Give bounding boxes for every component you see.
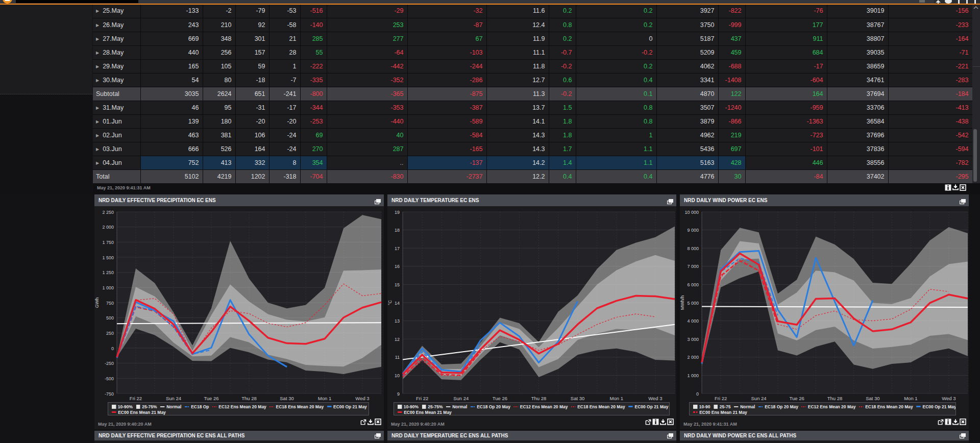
svg-text:14: 14 bbox=[395, 301, 400, 306]
svg-text:750: 750 bbox=[106, 301, 114, 306]
svg-text:Sun 24: Sun 24 bbox=[166, 396, 181, 401]
svg-text:Sat 30: Sat 30 bbox=[866, 396, 879, 401]
svg-text:13: 13 bbox=[395, 318, 400, 324]
svg-text:°C: °C bbox=[387, 300, 393, 305]
svg-text:1 250: 1 250 bbox=[102, 270, 114, 275]
svg-text:9: 9 bbox=[397, 391, 400, 397]
svg-text:-750: -750 bbox=[105, 391, 114, 397]
svg-text:Thu 28: Thu 28 bbox=[827, 396, 843, 401]
svg-text:Mon 1: Mon 1 bbox=[904, 396, 917, 401]
svg-text:19: 19 bbox=[395, 210, 400, 215]
svg-text:10 000: 10 000 bbox=[684, 210, 699, 215]
svg-text:2 000: 2 000 bbox=[687, 355, 699, 360]
svg-text:Mon 1: Mon 1 bbox=[318, 396, 331, 401]
svg-text:Tue 26: Tue 26 bbox=[493, 396, 507, 401]
svg-text:Wed 3: Wed 3 bbox=[942, 396, 955, 401]
svg-text:250: 250 bbox=[106, 331, 114, 336]
svg-text:Mon 1: Mon 1 bbox=[610, 396, 623, 401]
svg-text:-500: -500 bbox=[105, 376, 114, 381]
svg-text:0: 0 bbox=[696, 391, 699, 397]
svg-text:Sat 30: Sat 30 bbox=[571, 396, 584, 401]
svg-text:-250: -250 bbox=[105, 361, 114, 366]
svg-text:8 000: 8 000 bbox=[687, 246, 699, 251]
svg-text:1 500: 1 500 bbox=[102, 255, 114, 260]
svg-text:16: 16 bbox=[395, 264, 400, 269]
svg-text:12: 12 bbox=[395, 337, 400, 342]
svg-text:2 250: 2 250 bbox=[102, 210, 114, 215]
svg-text:15: 15 bbox=[395, 282, 400, 287]
svg-text:18: 18 bbox=[395, 228, 400, 233]
svg-text:1 000: 1 000 bbox=[687, 373, 699, 378]
svg-text:Fri 22: Fri 22 bbox=[416, 396, 428, 401]
svg-text:Thu 28: Thu 28 bbox=[531, 396, 547, 401]
svg-text:3 000: 3 000 bbox=[687, 337, 699, 342]
svg-text:9 000: 9 000 bbox=[687, 228, 699, 233]
svg-text:11: 11 bbox=[395, 355, 400, 360]
svg-text:Wed 3: Wed 3 bbox=[648, 396, 662, 401]
svg-text:4 000: 4 000 bbox=[687, 318, 699, 324]
svg-text:17: 17 bbox=[395, 246, 400, 251]
svg-text:Sun 24: Sun 24 bbox=[751, 396, 767, 401]
svg-text:Fri 22: Fri 22 bbox=[715, 396, 727, 401]
svg-text:Fri 22: Fri 22 bbox=[130, 396, 142, 401]
svg-text:7 000: 7 000 bbox=[687, 264, 699, 269]
svg-text:Tue 26: Tue 26 bbox=[204, 396, 218, 401]
svg-text:1 750: 1 750 bbox=[102, 240, 114, 245]
svg-text:Tue 26: Tue 26 bbox=[789, 396, 804, 401]
svg-text:Thu 28: Thu 28 bbox=[241, 396, 257, 401]
svg-text:Wed 3: Wed 3 bbox=[355, 396, 369, 401]
svg-text:10: 10 bbox=[395, 373, 400, 378]
svg-text:5 000: 5 000 bbox=[687, 301, 699, 306]
svg-text:6 000: 6 000 bbox=[687, 282, 699, 287]
svg-text:GWh: GWh bbox=[94, 298, 100, 308]
svg-text:MWh/h: MWh/h bbox=[680, 296, 685, 310]
svg-text:1 000: 1 000 bbox=[102, 285, 114, 290]
svg-text:500: 500 bbox=[106, 315, 114, 321]
svg-text:0: 0 bbox=[111, 346, 114, 351]
svg-text:Sat 30: Sat 30 bbox=[280, 396, 293, 401]
svg-text:2 000: 2 000 bbox=[102, 225, 114, 230]
svg-text:Sun 24: Sun 24 bbox=[453, 396, 469, 401]
